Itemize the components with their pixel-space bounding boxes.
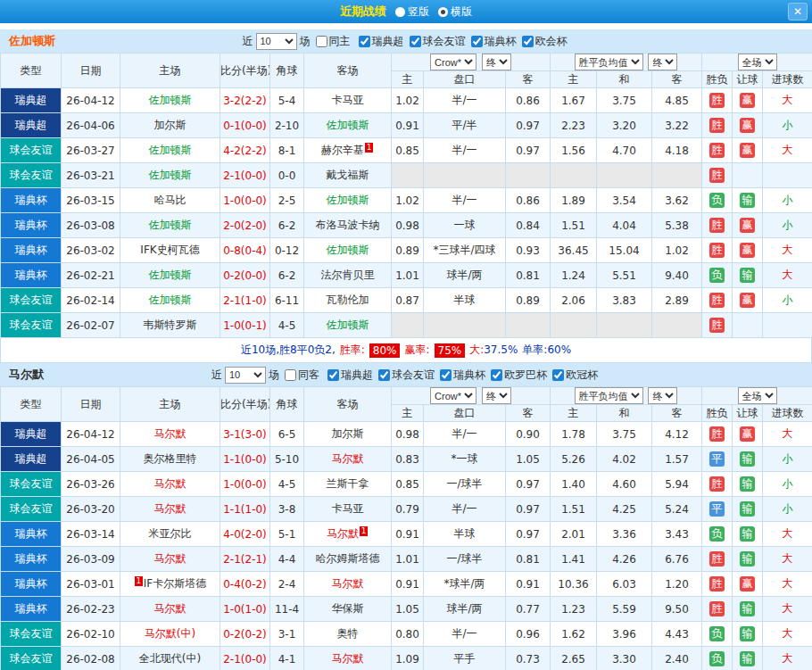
league-filter-checkbox[interactable]	[552, 369, 564, 381]
layout-radio-vertical[interactable]: 竖版	[395, 4, 429, 20]
league-filter[interactable]: 欧罗巴杯	[491, 368, 547, 383]
league-filter[interactable]: 瑞典杯	[471, 34, 517, 49]
team-name[interactable]: 华保斯	[332, 602, 364, 615]
team-name[interactable]: 奥特	[337, 627, 359, 640]
team-name[interactable]: 马尔默	[154, 477, 186, 490]
period-select[interactable]: 全场	[738, 387, 777, 404]
score[interactable]: 1-1(1-0)	[220, 497, 270, 522]
team-name[interactable]: 韦斯特罗斯	[144, 318, 197, 331]
league-filter-checkbox[interactable]	[378, 369, 390, 381]
score[interactable]: 1-1(0-0)	[220, 447, 270, 472]
odds-time-select[interactable]: 终	[482, 54, 511, 70]
col-result: 胜负	[702, 405, 733, 422]
odds-company-select[interactable]: Crow*	[430, 54, 476, 70]
team-name[interactable]: 马尔默	[332, 652, 364, 665]
euro-odds-select[interactable]: 胜平负均值	[575, 387, 643, 404]
team-name[interactable]: 哈尔姆斯塔德	[316, 552, 380, 565]
score[interactable]: 0-8(0-4)	[220, 238, 270, 263]
euro-odds-select[interactable]: 胜平负均值	[575, 54, 643, 70]
team-name[interactable]: 法尔肯贝里	[321, 269, 375, 281]
team-name[interactable]: 赫尔辛基	[321, 144, 364, 156]
league-filter[interactable]: 瑞典杯	[440, 368, 485, 383]
euro-time-select[interactable]: 终	[648, 54, 677, 70]
team-name[interactable]: 佐加顿斯	[149, 144, 192, 156]
team-name[interactable]: 马尔默	[332, 577, 364, 590]
score[interactable]: 0-1(0-0)	[220, 113, 270, 138]
team-name[interactable]: 马尔默	[154, 552, 186, 565]
same-venue-checkbox[interactable]	[285, 369, 296, 381]
layout-radio-horizontal[interactable]: 横版	[438, 4, 472, 20]
league-filter[interactable]: 球会友谊	[378, 368, 435, 383]
team-name[interactable]: 马尔默	[154, 427, 186, 440]
team-name[interactable]: 戴戈福斯	[327, 169, 369, 181]
score[interactable]: 2-1(0-0)	[220, 647, 270, 670]
score[interactable]: 0-2(0-0)	[220, 263, 270, 288]
team-name[interactable]: 加尔斯	[332, 427, 364, 440]
score[interactable]: 1-0(1-0)	[220, 597, 270, 622]
team-name[interactable]: 佐加顿斯	[149, 94, 192, 106]
team-name[interactable]: 佐加顿斯	[327, 244, 369, 256]
league-filter[interactable]: 欧会杯	[522, 34, 568, 49]
score[interactable]: 1-0(0-1)	[220, 313, 270, 338]
team-name[interactable]: 佐加顿斯	[149, 219, 192, 231]
team-name[interactable]: 佐加顿斯	[149, 294, 192, 306]
score[interactable]: 2-0(2-0)	[220, 213, 270, 238]
team-name[interactable]: 布洛马波卡纳	[316, 219, 380, 231]
team-name[interactable]: 马尔默	[154, 602, 186, 615]
same-venue-checkbox[interactable]	[316, 36, 327, 47]
team-name[interactable]: 马尔默	[327, 527, 359, 540]
team-name[interactable]: 马尔默(中)	[145, 627, 195, 640]
team-name[interactable]: IF卡尔斯塔德	[144, 577, 206, 590]
league-filter[interactable]: 欧冠杯	[552, 368, 598, 383]
league-filter[interactable]: 球会友谊	[410, 34, 466, 49]
same-venue-filter[interactable]: 同主	[316, 34, 351, 49]
team-name[interactable]: 加尔斯	[154, 119, 186, 131]
score[interactable]: 3-2(2-2)	[220, 88, 270, 113]
euro-time-select[interactable]: 终	[648, 387, 677, 404]
score[interactable]: 2-1(0-0)	[220, 163, 270, 188]
close-icon[interactable]: ✕	[788, 3, 808, 21]
league-filter-checkbox[interactable]	[327, 369, 339, 381]
score[interactable]: 2-1(1-0)	[220, 288, 270, 313]
team-name[interactable]: 卡马亚	[332, 502, 364, 515]
score[interactable]: 4-2(2-2)	[220, 138, 270, 163]
team-name[interactable]: 佐加顿斯	[149, 169, 192, 181]
team-name[interactable]: 瓦勒伦加	[327, 294, 369, 306]
team-name[interactable]: 奥尔格里特	[144, 452, 197, 465]
result-badge: 输	[740, 526, 755, 542]
same-venue-filter[interactable]: 同客	[285, 368, 319, 383]
league-filter[interactable]: 瑞典超	[359, 34, 404, 49]
team-name[interactable]: 佐加顿斯	[327, 194, 369, 206]
league-filter[interactable]: 瑞典超	[327, 368, 373, 383]
score[interactable]: 0-4(0-2)	[220, 572, 270, 597]
match-count-select[interactable]: 10	[256, 33, 297, 50]
score[interactable]: 0-2(0-2)	[220, 622, 270, 647]
match-count-select[interactable]: 10	[225, 367, 266, 384]
league-filter-checkbox[interactable]	[359, 36, 370, 47]
col-away: 客场	[304, 54, 392, 88]
team-name[interactable]: IFK史柯瓦德	[140, 244, 199, 256]
score[interactable]: 4-0(2-0)	[220, 522, 270, 547]
team-name[interactable]: 马尔默	[154, 502, 186, 515]
score[interactable]: 1-0(0-0)	[220, 472, 270, 497]
score[interactable]: 2-1(2-1)	[220, 547, 270, 572]
team-name[interactable]: 卡马亚	[332, 94, 364, 106]
score[interactable]: 1-0(0-0)	[220, 188, 270, 213]
team-name[interactable]: 马尔默	[332, 452, 364, 465]
score[interactable]: 3-1(3-0)	[220, 422, 270, 447]
league-filter-checkbox[interactable]	[440, 369, 452, 381]
odds-company-select[interactable]: Crow*	[430, 387, 476, 404]
team-name[interactable]: 兰斯干拿	[327, 477, 369, 490]
team-name[interactable]: 全北现代(中)	[139, 652, 201, 665]
league-filter-checkbox[interactable]	[522, 36, 534, 47]
team-name[interactable]: 佐加顿斯	[327, 119, 369, 131]
odds-time-select[interactable]: 终	[482, 387, 511, 404]
period-select[interactable]: 全场	[738, 54, 777, 70]
team-name[interactable]: 米亚尔比	[149, 527, 192, 540]
team-name[interactable]: 哈马比	[154, 194, 186, 206]
league-filter-checkbox[interactable]	[491, 369, 502, 381]
league-filter-checkbox[interactable]	[471, 36, 483, 47]
team-name[interactable]: 佐加顿斯	[327, 318, 369, 331]
team-name[interactable]: 佐加顿斯	[149, 269, 192, 281]
league-filter-checkbox[interactable]	[410, 36, 421, 47]
